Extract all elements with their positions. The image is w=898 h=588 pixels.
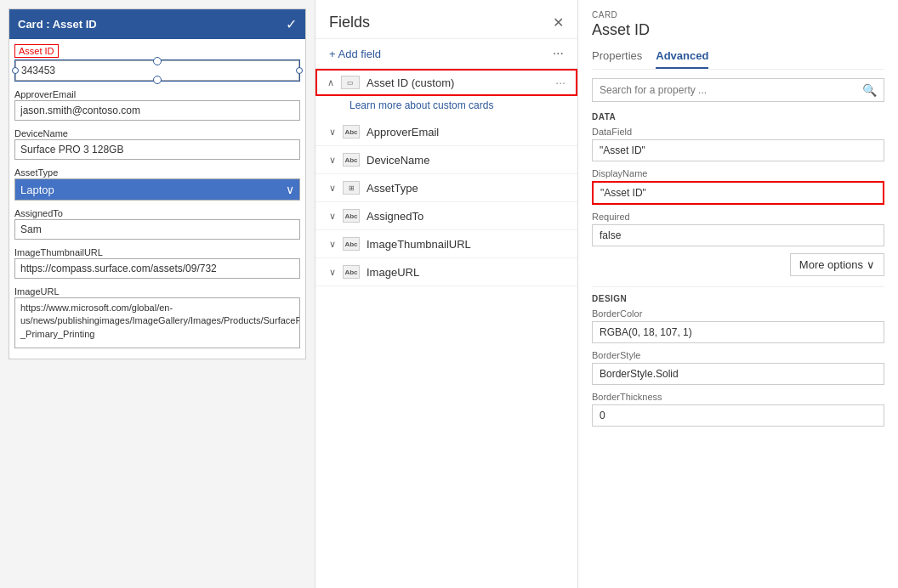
card-label: CARD — [592, 10, 884, 20]
required-value: false — [592, 224, 884, 246]
type-icon-device: Abc — [343, 153, 360, 167]
asset-id-label: Asset ID — [14, 44, 59, 58]
assigned-to-input[interactable] — [14, 219, 300, 240]
design-section-label: DESIGN — [592, 294, 884, 303]
chevron-assigned: ∨ — [329, 211, 336, 222]
asset-type-select[interactable]: Laptop ∨ — [14, 178, 300, 201]
chevron-thumbnail: ∨ — [329, 239, 336, 250]
left-panel: Card : Asset ID ✓ Asset ID ApproverEmail… — [0, 0, 315, 588]
datafield-value: "Asset ID" — [592, 139, 884, 161]
assigned-to-section: AssignedTo — [14, 206, 300, 240]
tab-properties[interactable]: Properties — [592, 46, 642, 69]
handle-right[interactable] — [296, 67, 303, 74]
search-row: 🔍 — [592, 78, 884, 102]
divider — [592, 286, 884, 287]
add-field-button[interactable]: + Add field — [329, 48, 381, 60]
assigned-to-label: AssignedTo — [14, 206, 300, 219]
tab-advanced[interactable]: Advanced — [656, 46, 708, 69]
card-name-title: Asset ID — [592, 21, 884, 39]
approver-email-label: ApproverEmail — [14, 87, 300, 100]
close-icon[interactable]: ✕ — [553, 14, 564, 31]
search-input[interactable] — [593, 80, 855, 100]
asset-id-field[interactable] — [14, 59, 300, 82]
bordercolor-label: BorderColor — [592, 308, 884, 319]
borderthickness-label: BorderThickness — [592, 392, 884, 402]
card-title: Card : Asset ID — [18, 18, 97, 31]
bordercolor-value: RGBA(0, 18, 107, 1) — [592, 321, 884, 343]
field-item-asset-type[interactable]: ∨ ⊞ AssetType — [315, 174, 577, 202]
type-icon-thumbnail: Abc — [343, 237, 360, 251]
chevron-imageurl: ∨ — [329, 267, 336, 278]
field-name-assigned: AssignedTo — [367, 210, 564, 223]
learn-more-link[interactable]: Learn more about custom cards — [315, 96, 577, 118]
card-body: Asset ID ApproverEmail DeviceName AssetT… — [9, 39, 305, 359]
data-section-label: DATA — [592, 112, 884, 122]
fields-list: ∧ ▭ Asset ID (custom) ··· Learn more abo… — [315, 69, 577, 588]
field-name-imageurl: ImageURL — [367, 266, 564, 279]
type-icon-approver: Abc — [343, 125, 360, 139]
asset-id-input[interactable] — [15, 60, 299, 81]
displayname-label: DisplayName — [592, 168, 884, 178]
chevron-assettype: ∨ — [329, 183, 336, 194]
displayname-value: "Asset ID" — [592, 181, 884, 205]
field-name-device: DeviceName — [367, 154, 564, 167]
field-item-imageurl[interactable]: ∨ Abc ImageURL — [315, 258, 577, 286]
asset-type-value: Laptop — [20, 184, 54, 196]
field-item-approver-email[interactable]: ∨ Abc ApproverEmail — [315, 118, 577, 146]
custom-field-dots[interactable]: ··· — [555, 76, 566, 89]
handle-left[interactable] — [12, 67, 19, 74]
image-thumbnail-section: ImageThumbnailURL — [14, 245, 300, 279]
field-item-assigned-to[interactable]: ∨ Abc AssignedTo — [315, 202, 577, 230]
custom-field-name: Asset ID (custom) — [367, 76, 548, 89]
more-options-icon[interactable]: ··· — [553, 46, 564, 61]
borderstyle-value: BorderStyle.Solid — [592, 363, 884, 385]
approver-email-section: ApproverEmail — [14, 87, 300, 121]
field-name-thumbnail: ImageThumbnailURL — [367, 238, 564, 251]
field-name-approver: ApproverEmail — [367, 126, 564, 139]
asset-type-label: AssetType — [14, 165, 300, 178]
custom-field-chevron: ∧ — [327, 77, 334, 88]
asset-type-chevron: ∨ — [286, 183, 294, 196]
search-icon: 🔍 — [855, 79, 884, 101]
tabs-row: Properties Advanced — [592, 46, 884, 70]
field-item-thumbnail[interactable]: ∨ Abc ImageThumbnailURL — [315, 230, 577, 258]
custom-field-item[interactable]: ∧ ▭ Asset ID (custom) ··· — [315, 69, 577, 96]
field-name-assettype: AssetType — [367, 182, 564, 195]
image-url-label: ImageURL — [14, 284, 300, 297]
image-thumbnail-label: ImageThumbnailURL — [14, 245, 300, 258]
device-name-label: DeviceName — [14, 126, 300, 139]
more-options-button[interactable]: More options ∨ — [790, 253, 884, 276]
chevron-approver: ∨ — [329, 127, 336, 138]
borderstyle-label: BorderStyle — [592, 350, 884, 360]
fields-title: Fields — [329, 14, 370, 31]
right-panel: CARD Asset ID Properties Advanced 🔍 DATA… — [578, 0, 898, 588]
approver-email-input[interactable] — [14, 100, 300, 121]
more-options-chevron: ∨ — [867, 258, 875, 271]
card-container: Card : Asset ID ✓ Asset ID ApproverEmail… — [9, 8, 306, 359]
middle-panel: Fields ✕ + Add field ··· ∧ ▭ Asset ID (c… — [315, 0, 578, 588]
device-name-input[interactable] — [14, 139, 300, 160]
asset-type-section: AssetType Laptop ∨ — [14, 165, 300, 201]
middle-header: Fields ✕ — [315, 0, 577, 39]
image-thumbnail-input[interactable] — [14, 258, 300, 279]
field-item-device-name[interactable]: ∨ Abc DeviceName — [315, 146, 577, 174]
datafield-label: DataField — [592, 127, 884, 137]
custom-field-type-icon: ▭ — [341, 76, 360, 89]
card-check-icon: ✓ — [286, 16, 297, 32]
more-options-row: More options ∨ — [592, 253, 884, 276]
borderthickness-value: 0 — [592, 404, 884, 427]
chevron-device: ∨ — [329, 155, 336, 166]
required-label: Required — [592, 212, 884, 222]
asset-id-section: Asset ID — [14, 44, 300, 82]
type-icon-imageurl: Abc — [343, 265, 360, 279]
add-field-row: + Add field ··· — [315, 39, 577, 69]
more-options-label: More options — [799, 258, 863, 271]
image-url-input[interactable]: https://www.microsoft.com/global/en-us/n… — [14, 297, 300, 348]
type-icon-assigned: Abc — [343, 209, 360, 223]
card-header: Card : Asset ID ✓ — [9, 9, 305, 39]
type-icon-assettype: ⊞ — [343, 181, 360, 195]
image-url-section: ImageURL https://www.microsoft.com/globa… — [14, 284, 300, 348]
device-name-section: DeviceName — [14, 126, 300, 160]
